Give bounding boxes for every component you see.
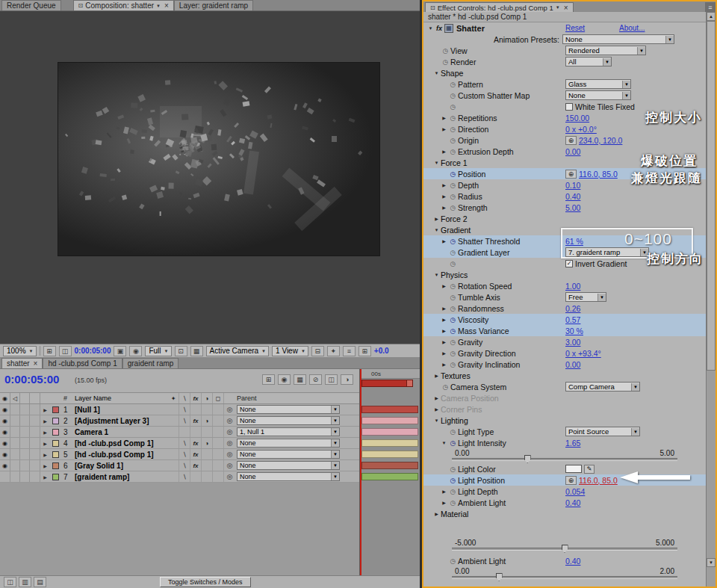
twirl-icon[interactable]: ▼: [426, 26, 435, 31]
work-area-end-handle[interactable]: [406, 380, 413, 387]
stopwatch-icon[interactable]: ◷: [448, 465, 458, 473]
property-row[interactable]: ▶◷Viscosity0.57: [423, 314, 706, 325]
stopwatch-icon[interactable]: ◷: [441, 47, 450, 55]
dropdown-arrow-icon[interactable]: ▼: [331, 451, 339, 458]
property-row[interactable]: ◷RenderAll▼: [423, 56, 706, 67]
layer-fx-switch[interactable]: [190, 471, 202, 482]
layer-quality-switch[interactable]: [179, 427, 190, 437]
stopwatch-icon[interactable]: ◷: [448, 499, 458, 507]
layer-quality-switch[interactable]: ∖: [179, 471, 190, 482]
timeline-button-icon[interactable]: ≡: [343, 346, 356, 356]
slider-track[interactable]: [452, 458, 677, 461]
dropdown-arrow-icon[interactable]: ▼: [29, 349, 34, 353]
twirl-icon[interactable]: ▶: [440, 205, 448, 210]
stopwatch-icon[interactable]: ◷: [448, 488, 458, 495]
property-value[interactable]: 116.0, 85.0: [579, 170, 618, 179]
property-row[interactable]: ▶◷Mass Variance30 %: [423, 325, 706, 336]
dropdown[interactable]: Point Source▼: [565, 427, 640, 436]
layer-quality-switch[interactable]: ∖: [179, 415, 190, 426]
property-row[interactable]: ◷ViewRendered▼: [423, 45, 706, 56]
twirl-icon[interactable]: ▶: [440, 489, 448, 494]
layer-blur-switch[interactable]: [202, 404, 213, 415]
close-tab-icon[interactable]: ×: [564, 4, 568, 12]
layer-lock-toggle[interactable]: [30, 415, 40, 426]
stopwatch-icon[interactable]: ◷: [448, 338, 458, 346]
twirl-icon[interactable]: ▶: [440, 500, 448, 505]
stopwatch-icon[interactable]: ◷: [448, 557, 458, 565]
checkbox[interactable]: [565, 103, 573, 111]
parent-dropdown[interactable]: None▼: [237, 461, 340, 470]
stopwatch-icon[interactable]: ◷: [448, 148, 458, 155]
stopwatch-icon[interactable]: ◷: [448, 137, 458, 144]
layer-lock-toggle[interactable]: [30, 460, 40, 471]
parent-pickwhip-icon[interactable]: ◎: [224, 449, 235, 459]
layer-shy-switch[interactable]: [168, 438, 179, 448]
layer-audio-toggle[interactable]: [10, 427, 20, 437]
parent-dropdown[interactable]: 1, Null 1▼: [237, 427, 340, 436]
slider-handle[interactable]: [524, 455, 531, 463]
layer-color-label[interactable]: [52, 418, 59, 424]
twirl-icon[interactable]: ▶: [440, 306, 448, 311]
parent-dropdown[interactable]: None▼: [237, 450, 340, 459]
comp-mini-flowchart-icon[interactable]: ⊞: [262, 374, 275, 385]
draft-3d-icon[interactable]: ▦: [294, 374, 306, 385]
layer-lock-toggle[interactable]: [30, 438, 40, 448]
layer-3d-switch[interactable]: [213, 460, 224, 471]
layer-color-label[interactable]: [52, 429, 59, 436]
layer-row[interactable]: ◉▶1[Null 1]∖◎None▼: [0, 404, 359, 415]
property-value[interactable]: 0.40: [565, 192, 580, 201]
layer-expander-icon[interactable]: ▶: [40, 415, 50, 426]
slider-handle[interactable]: [562, 545, 568, 553]
property-row[interactable]: ◷Light TypePoint Source▼: [423, 426, 706, 437]
layer-3d-switch[interactable]: [213, 471, 224, 482]
expand-in-out-icon[interactable]: ▤: [34, 577, 46, 587]
layer-row[interactable]: ◉▶3Camera 1◎1, Null 1▼: [0, 427, 359, 438]
stopwatch-icon[interactable]: ◷: [448, 327, 458, 335]
property-value[interactable]: 5.00: [565, 203, 580, 212]
checkbox[interactable]: ✓: [565, 260, 573, 267]
layer-lock-toggle[interactable]: [30, 471, 40, 482]
tab-menu-arrow-icon[interactable]: ▼: [556, 5, 560, 10]
animation-presets-dropdown[interactable]: None ▼: [562, 34, 674, 44]
camera-view-dropdown[interactable]: Active Camera▼: [206, 346, 270, 356]
property-value[interactable]: 0.00: [565, 360, 580, 369]
scroll-up-icon[interactable]: ▲: [707, 12, 716, 21]
hide-shy-layers-icon[interactable]: ⊘: [309, 374, 322, 385]
stopwatch-icon[interactable]: ◷: [448, 477, 458, 484]
layer-shy-switch[interactable]: [168, 404, 179, 415]
layer-shy-switch[interactable]: [168, 449, 179, 459]
twirl-icon[interactable]: ▶: [432, 373, 441, 378]
layer-expander-icon[interactable]: ▶: [40, 427, 50, 437]
dropdown-arrow-icon[interactable]: ▼: [631, 383, 639, 391]
exposure-value[interactable]: +0.0: [374, 347, 389, 355]
layer-color-label[interactable]: [52, 462, 59, 469]
layer-3d-switch[interactable]: [213, 427, 224, 437]
layer-fx-switch[interactable]: [190, 427, 202, 437]
layer-shy-switch[interactable]: [168, 427, 179, 437]
mask-visibility-icon[interactable]: ◫: [59, 346, 72, 356]
layer-fx-switch[interactable]: fx: [190, 449, 202, 459]
dimension-switch-icon[interactable]: ◻: [213, 393, 224, 403]
twirl-icon[interactable]: ▶: [440, 328, 448, 333]
composition-canvas[interactable]: [58, 63, 379, 256]
tab-composition[interactable]: ⊡ Composition: shatter ▼ ×: [73, 0, 174, 10]
fast-previews-icon[interactable]: ✦: [327, 346, 340, 356]
parent-pickwhip-icon[interactable]: ◎: [224, 415, 235, 426]
layer-row[interactable]: ◉▶5[hd -club.psd Comp 1]∖fx◎None▼: [0, 449, 359, 460]
transparency-grid-icon[interactable]: ▦: [190, 346, 203, 356]
timeline-track-area[interactable]: 00s: [359, 369, 420, 575]
parent-column-header[interactable]: Parent: [235, 393, 359, 403]
property-slider[interactable]: 0.005.00: [423, 448, 706, 463]
twirl-icon[interactable]: ▼: [432, 228, 441, 232]
layer-audio-toggle[interactable]: [10, 404, 20, 415]
layer-blur-switch[interactable]: ◑: [202, 415, 213, 426]
dropdown-arrow-icon[interactable]: ▼: [331, 406, 339, 413]
layer-duration-bar[interactable]: [361, 451, 418, 458]
layer-number-header[interactable]: #: [61, 393, 72, 403]
property-value[interactable]: 0.40: [565, 557, 580, 566]
property-row[interactable]: ▶◷Ambient Light0.40: [423, 497, 706, 508]
property-group-row[interactable]: ▶Camera Position: [423, 392, 706, 403]
property-group-row[interactable]: ▼Lighting: [423, 415, 706, 426]
property-value[interactable]: 0 x +93.4°: [565, 349, 601, 358]
twirl-icon[interactable]: ▶: [440, 238, 448, 244]
